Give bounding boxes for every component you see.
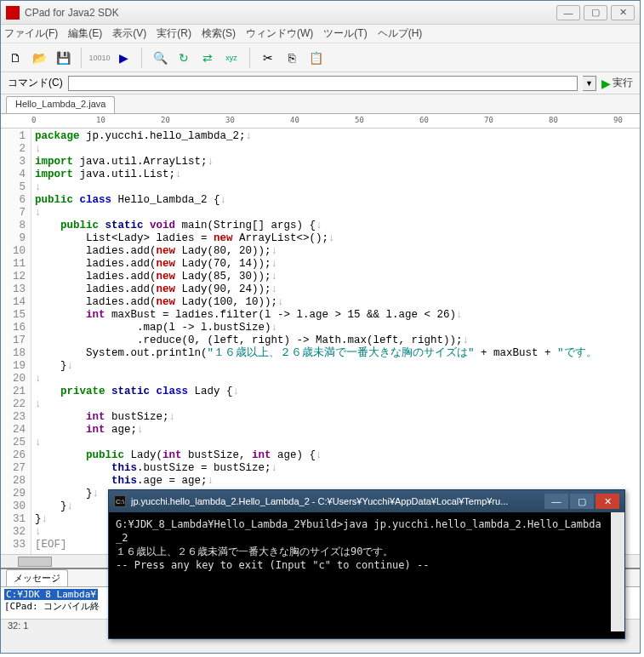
cursor-position: 32: 1 [8, 620, 28, 631]
console-close-button[interactable]: ✕ [596, 494, 619, 509]
close-button[interactable]: ✕ [611, 5, 635, 20]
app-icon [6, 6, 20, 20]
menu-run[interactable]: 実行(R) [157, 26, 191, 41]
maximize-button[interactable]: ▢ [584, 5, 607, 20]
cmd-icon: C:\ [114, 495, 126, 507]
message-line-path: C:¥JDK 8 Lambda¥ [4, 589, 98, 600]
new-file-icon[interactable]: 🗋 [6, 49, 25, 67]
open-file-icon[interactable]: 📂 [30, 49, 48, 67]
toolbar: 🗋 📂 💾 10010 ▶ 🔍 ↻ ⇄ xyz ✂ ⎘ 📋 [1, 43, 640, 72]
cut-icon[interactable]: ✂ [259, 49, 277, 67]
menu-edit[interactable]: 編集(E) [68, 26, 102, 41]
titlebar: CPad for Java2 SDK — ▢ ✕ [1, 1, 640, 25]
run-label: 実行 [613, 76, 633, 90]
menu-file[interactable]: ファイル(F) [4, 26, 58, 41]
menu-view[interactable]: 表示(V) [112, 26, 146, 41]
menu-window[interactable]: ウィンドウ(W) [246, 26, 313, 41]
command-label: コマンド(C) [8, 76, 63, 90]
menu-search[interactable]: 検索(S) [202, 26, 236, 41]
build-icon[interactable]: 10010 [90, 49, 109, 67]
save-file-icon[interactable]: 💾 [54, 49, 72, 67]
console-window[interactable]: C:\ jp.yucchi.hello_lambda_2.Hello_Lambd… [108, 489, 625, 639]
tab-file[interactable]: Hello_Lambda_2.java [6, 96, 115, 113]
menubar: ファイル(F) 編集(E) 表示(V) 実行(R) 検索(S) ウィンドウ(W)… [1, 25, 640, 43]
scroll-thumb[interactable] [18, 557, 52, 567]
menu-tool[interactable]: ツール(T) [323, 26, 367, 41]
search-next-icon[interactable]: ↻ [174, 49, 193, 67]
command-row: コマンド(C) ▼ ▶ 実行 [1, 72, 640, 94]
run-icon[interactable]: ▶ [114, 49, 133, 67]
line-gutter: 1 2 3 4 5 6 7 8 9 10 11 12 13 14 15 16 1… [1, 129, 31, 554]
play-icon: ▶ [601, 77, 611, 90]
console-minimize-button[interactable]: — [544, 494, 568, 509]
minimize-button[interactable]: — [556, 5, 580, 20]
command-dropdown[interactable]: ▼ [583, 76, 596, 91]
paste-icon[interactable]: 📋 [306, 49, 325, 67]
console-titlebar[interactable]: C:\ jp.yucchi.hello_lambda_2.Hello_Lambd… [109, 490, 624, 512]
search-xyz-icon[interactable]: xyz [222, 49, 241, 67]
search-icon[interactable]: 🔍 [151, 49, 169, 67]
console-output[interactable]: G:¥JDK_8_Lambda¥Hello_Lambda_2¥build>jav… [109, 512, 624, 631]
window-title: CPad for Java2 SDK [25, 7, 556, 19]
message-tab[interactable]: メッセージ [6, 569, 68, 586]
run-command-button[interactable]: ▶ 実行 [601, 76, 633, 90]
menu-help[interactable]: ヘルプ(H) [378, 26, 423, 41]
console-title: jp.yucchi.hello_lambda_2.Hello_Lambda_2 … [131, 496, 544, 506]
file-tabs: Hello_Lambda_2.java [1, 94, 640, 113]
ruler: 0 10 20 30 40 50 60 70 80 90 [1, 113, 640, 129]
replace-icon[interactable]: ⇄ [198, 49, 217, 67]
copy-icon[interactable]: ⎘ [282, 49, 301, 67]
command-input[interactable] [68, 76, 578, 91]
console-maximize-button[interactable]: ▢ [570, 494, 594, 509]
